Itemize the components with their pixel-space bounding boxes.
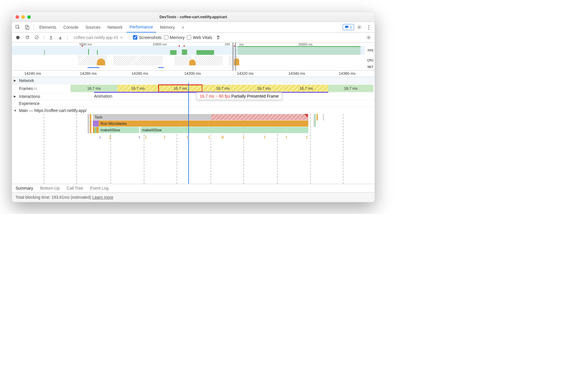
frame[interactable]: 16.7 ms [284, 85, 328, 92]
titlebar: DevTools - coffee-cart.netlify.app/cart [12, 12, 375, 22]
tab-memory[interactable]: Memory [157, 22, 178, 33]
interactions-track-label[interactable]: ▶Interactions [12, 93, 71, 100]
capture-settings-icon[interactable] [365, 34, 372, 41]
device-toggle-icon[interactable] [23, 23, 31, 31]
track-indicator [12, 77, 12, 93]
svg-rect-2 [27, 26, 29, 29]
playhead[interactable] [188, 83, 189, 184]
frames-track[interactable]: 16.7 ms 16.7 ms 16.7 ms 16.7 ms 16.7 ms … [71, 84, 375, 93]
animation-event[interactable]: Animation [94, 94, 112, 98]
main-track-label[interactable]: ▼Main — https://coffee-cart.netlify.app/ [12, 107, 88, 114]
tab-network[interactable]: Network [105, 22, 125, 33]
flamechart-area[interactable]: ▶Network Frames ns 16.7 ms 16.7 ms 16.7 … [12, 77, 375, 184]
time-ruler[interactable]: 14240 ms 14260 ms 14280 ms 14300 ms 1432… [12, 71, 375, 77]
makeitslow-block[interactable]: makeItSlow [140, 127, 308, 133]
frame[interactable]: 16.7 ms [117, 85, 158, 92]
overview-selection[interactable] [233, 42, 236, 70]
svg-point-3 [359, 26, 360, 28]
footer-status: Total blocking time: 193.61ms (estimated… [12, 193, 375, 202]
webvitals-checkbox[interactable]: Web Vitals [187, 35, 212, 40]
inspect-icon[interactable] [14, 23, 22, 31]
window-title: DevTools - coffee-cart.netlify.app/cart [31, 15, 356, 19]
screenshots-checkbox[interactable]: Screenshots [133, 35, 162, 40]
delete-icon[interactable] [215, 34, 222, 41]
devtools-window: DevTools - coffee-cart.netlify.app/cart … [12, 12, 375, 202]
chevron-down-icon [120, 36, 123, 39]
details-tabs: Summary Bottom-Up Call Tree Event Log [12, 184, 375, 193]
settings-icon[interactable] [355, 23, 363, 31]
learn-more-link[interactable]: Learn more [92, 195, 113, 200]
frame-tooltip: 16.7 ms ~ 60 fps Partially Presented Fra… [196, 92, 282, 100]
experience-track-label[interactable]: Experience [12, 100, 71, 107]
download-icon[interactable] [57, 34, 64, 41]
tab-elements[interactable]: Elements [36, 22, 59, 33]
reload-icon[interactable] [24, 34, 31, 41]
tab-performance[interactable]: Performance [127, 22, 156, 33]
main-flamechart[interactable]: Task Run Microtasks makeItSlow mak [12, 114, 375, 184]
overview-timeline[interactable]: FPS CPU NET 5000 ms 10000 ms 150 ms 2000… [12, 42, 375, 71]
makeitslow-block[interactable]: makeItSlow [99, 127, 139, 133]
svg-point-5 [368, 27, 369, 28]
network-track-label[interactable]: ▶Network [12, 77, 71, 84]
tab-sources[interactable]: Sources [83, 22, 103, 33]
svg-point-6 [368, 28, 369, 29]
memory-checkbox[interactable]: Memory [164, 35, 185, 40]
overview-labels: FPS CPU NET [365, 42, 375, 70]
tab-console[interactable]: Console [60, 22, 81, 33]
frame[interactable]: 16.7 ms [328, 85, 373, 92]
feedback-count: 1 [350, 25, 352, 29]
kebab-icon[interactable] [365, 23, 373, 31]
run-microtasks-block[interactable]: Run Microtasks [99, 120, 308, 127]
frame-selected[interactable]: 16.7 ms [158, 85, 202, 92]
frame[interactable]: 16.7 ms [202, 85, 243, 92]
interactions-track[interactable]: Animation 16.7 ms ~ 60 fps Partially Pre… [71, 93, 375, 100]
performance-toolbar: coffee-cart.netlify.app #1 Screenshots M… [12, 33, 375, 42]
tabs-overflow[interactable]: » [179, 22, 187, 33]
recording-selector[interactable]: coffee-cart.netlify.app #1 [71, 34, 126, 41]
frames-track-label[interactable]: Frames ns [12, 84, 71, 93]
feedback-badge[interactable]: 1 [343, 24, 354, 30]
svg-point-9 [368, 37, 369, 38]
svg-point-4 [368, 25, 369, 26]
record-icon[interactable] [14, 34, 21, 41]
maximize-icon[interactable] [27, 15, 31, 19]
panel-tabs: Elements Console Sources Network Perform… [12, 22, 375, 33]
eventlog-tab[interactable]: Event Log [90, 186, 109, 191]
svg-point-7 [16, 36, 20, 39]
minimize-icon[interactable] [21, 15, 25, 19]
recording-name: coffee-cart.netlify.app #1 [74, 35, 118, 40]
clear-icon[interactable] [33, 34, 40, 41]
frame[interactable]: 16.7 ms [71, 85, 117, 92]
close-icon[interactable] [16, 15, 19, 19]
frame[interactable]: 16.7 ms [243, 85, 284, 92]
upload-icon[interactable] [47, 34, 54, 41]
microtask-slice[interactable] [93, 120, 96, 127]
summary-tab[interactable]: Summary [16, 186, 33, 191]
traffic-lights [16, 15, 31, 19]
bottomup-tab[interactable]: Bottom-Up [40, 186, 60, 191]
task-long[interactable] [211, 114, 308, 120]
calltree-tab[interactable]: Call Tree [67, 186, 83, 191]
